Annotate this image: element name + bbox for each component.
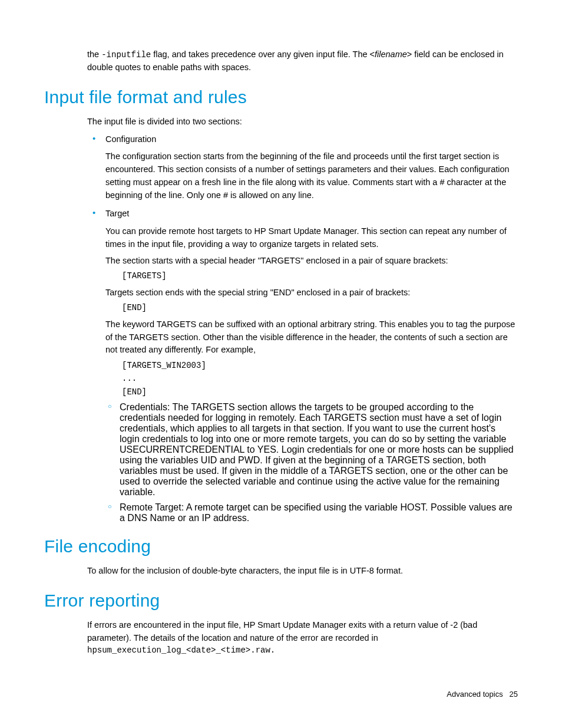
page-footer: Advanced topics 25 bbox=[447, 690, 518, 699]
target-p2: The section starts with a special header… bbox=[105, 255, 518, 268]
log-filename-line: hpsum_execution_log_<date>_<time>.raw. bbox=[87, 645, 518, 655]
list-item-target: Target You can provide remote host targe… bbox=[105, 207, 518, 523]
code-targets: [TARGETS] bbox=[122, 269, 518, 282]
intro-mid: flag, and takes precedence over any give… bbox=[151, 50, 375, 59]
intro-paragraph: the -inputfile flag, and takes precedenc… bbox=[87, 48, 518, 74]
error-reporting-body: If errors are encountered in the input f… bbox=[87, 619, 518, 645]
sublist-remote-target: Remote Target: A remote target can be sp… bbox=[120, 502, 518, 523]
footer-page-number: 25 bbox=[510, 690, 518, 699]
inputfile-flag: -inputfile bbox=[101, 50, 151, 60]
section-list: Configuration The configuration section … bbox=[105, 133, 518, 524]
config-title: Configuration bbox=[105, 133, 518, 146]
log-filename: hpsum_execution_log_<date>_<time>.raw bbox=[87, 645, 270, 655]
code-targets-win: [TARGETS_WIN2003] ... [END] bbox=[122, 359, 518, 398]
log-dot: . bbox=[270, 645, 275, 655]
footer-section: Advanced topics bbox=[447, 690, 503, 699]
target-p4: The keyword TARGETS can be suffixed with… bbox=[105, 318, 518, 357]
heading-input-file-format: Input file format and rules bbox=[44, 87, 518, 107]
target-p1: You can provide remote host targets to H… bbox=[105, 225, 518, 251]
code-end: [END] bbox=[122, 301, 518, 314]
heading-error-reporting: Error reporting bbox=[44, 591, 518, 611]
filename-placeholder: filename bbox=[375, 50, 407, 59]
remote-target-text: Remote Target: A remote target can be sp… bbox=[120, 502, 513, 523]
sublist-credentials: Credentials: The TARGETS section allows … bbox=[120, 402, 518, 498]
intro-pre: the bbox=[87, 50, 101, 59]
config-body: The configuration section starts from th… bbox=[105, 150, 518, 202]
credentials-text: Credentials: The TARGETS section allows … bbox=[120, 402, 514, 497]
target-p3: Targets section ends with the special st… bbox=[105, 286, 518, 299]
target-title: Target bbox=[105, 207, 518, 220]
target-sublist: Credentials: The TARGETS section allows … bbox=[120, 402, 518, 523]
heading-file-encoding: File encoding bbox=[44, 536, 518, 556]
list-item-configuration: Configuration The configuration section … bbox=[105, 133, 518, 202]
document-page: the -inputfile flag, and takes precedenc… bbox=[0, 0, 562, 684]
s1-lead: The input file is divided into two secti… bbox=[87, 116, 518, 129]
file-encoding-body: To allow for the inclusion of double-byt… bbox=[87, 565, 518, 578]
